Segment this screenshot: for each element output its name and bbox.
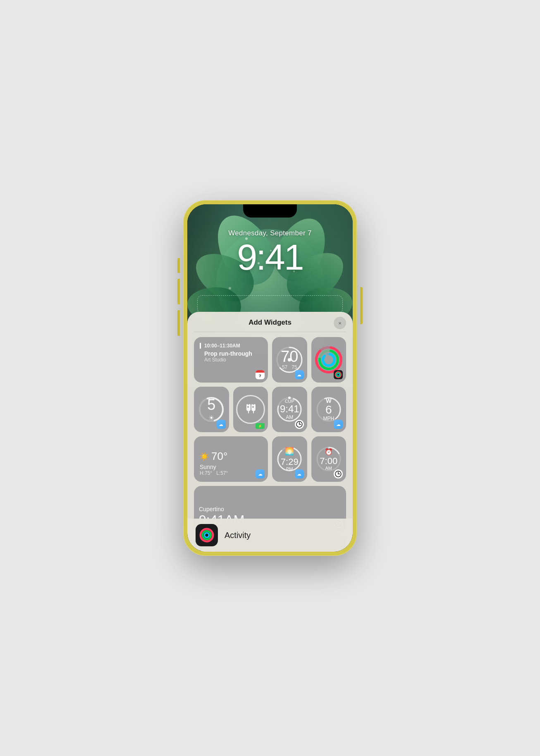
weather-temp: 70	[281, 349, 298, 364]
power-button[interactable]	[360, 287, 363, 324]
alarm-icon: ⏰	[320, 448, 337, 456]
calendar-location: Art Studio	[200, 357, 262, 363]
panel-title: Add Widgets	[248, 318, 292, 327]
volume-down-button[interactable]	[177, 310, 180, 336]
cup-time-widget[interactable]: CUP 9:41 AM	[272, 387, 307, 432]
panel-header: Add Widgets ×	[194, 312, 346, 332]
calendar-badge: 7	[256, 370, 265, 379]
weather-range: 57 75	[281, 364, 298, 370]
lock-date: Wednesday, September 7	[187, 229, 353, 237]
weather-temp-widget[interactable]: 70 57 75 ☁	[272, 337, 307, 383]
calendar-event: Prop run-through	[200, 350, 262, 357]
widget-row-2: 5 ☀ ☁	[194, 387, 346, 432]
sunset-icon: 🌅	[281, 447, 299, 456]
close-button[interactable]: ×	[334, 317, 346, 329]
svg-point-14	[247, 406, 249, 408]
activity-widget[interactable]	[311, 337, 346, 383]
lock-time: 9:41	[187, 239, 353, 275]
svg-point-11	[337, 373, 339, 376]
alarm-widget[interactable]: ⏰ 7:00 AM	[311, 436, 346, 482]
sun-icon-large: ☀️	[200, 452, 209, 461]
weather-badge-1: ☁	[295, 370, 304, 379]
weather-badge-4: ☁	[256, 469, 265, 478]
sunset-time: 7:29	[281, 457, 299, 467]
number-5: 5	[207, 397, 215, 412]
svg-point-36	[205, 533, 209, 538]
calendar-widget[interactable]: 10:00–11:30AM Prop run-through Art Studi…	[194, 337, 268, 383]
app-name-label: Activity	[225, 531, 251, 540]
wind-unit: MPH	[323, 416, 334, 421]
panel-divider	[194, 332, 346, 332]
weather-badge-2: ☁	[217, 420, 226, 429]
clock-badge-1	[295, 420, 304, 429]
alarm-ampm: AM	[320, 466, 337, 471]
airpods-icon-svg	[243, 402, 258, 417]
weather-large-widget[interactable]: ☀️ 70° Sunny H:75° L:57° ☁	[194, 436, 268, 482]
widget-area-top[interactable]	[197, 295, 343, 313]
wind-speed: 6	[323, 404, 334, 416]
cup-time: 9:41	[280, 404, 299, 414]
clock-badge-2	[334, 469, 343, 478]
sun-icon: ☀	[207, 414, 215, 422]
wind-widget[interactable]: W 6 MPH ☁	[311, 387, 346, 432]
svg-point-8	[323, 354, 335, 366]
cup-ampm: AM	[280, 414, 299, 420]
activity-badge	[334, 370, 343, 379]
volume-up-button[interactable]	[177, 279, 180, 304]
sunset-ampm: PM	[281, 467, 299, 471]
number-widget[interactable]: 5 ☀ ☁	[194, 387, 229, 432]
alarm-time: 7:00	[320, 457, 337, 466]
weather-hl-range: H:75° L:57°	[200, 470, 262, 476]
add-widgets-panel: Add Widgets × 10:00–11:30AM Prop run-thr…	[187, 312, 353, 552]
phone-frame: Wednesday, September 7 9:41 Add Widgets …	[183, 200, 357, 556]
cup-label: CUP	[280, 399, 299, 404]
weather-condition: Sunny	[200, 464, 262, 470]
app-bar: Activity	[187, 519, 353, 552]
svg-point-15	[252, 406, 254, 408]
notch	[243, 204, 297, 218]
widget-row-1: 10:00–11:30AM Prop run-through Art Studi…	[194, 337, 346, 383]
lock-screen-content: Wednesday, September 7 9:41	[187, 229, 353, 275]
weather-badge-3: ☁	[334, 420, 343, 429]
activity-app-icon[interactable]	[196, 524, 218, 546]
airpods-circle	[236, 395, 265, 424]
cupertino-city: Cupertino	[199, 506, 341, 512]
sunset-widget[interactable]: 🌅 7:29 PM ☁	[272, 436, 307, 482]
phone-screen: Wednesday, September 7 9:41 Add Widgets …	[187, 204, 353, 552]
mute-button[interactable]	[177, 258, 180, 273]
activity-app-rings-svg	[199, 527, 215, 543]
airpods-widget[interactable]: ⚡	[233, 387, 268, 432]
weather-large-temp: 70°	[211, 450, 227, 463]
calendar-time-range: 10:00–11:30AM	[200, 343, 262, 349]
widget-row-3: ☀️ 70° Sunny H:75° L:57° ☁	[194, 436, 346, 482]
